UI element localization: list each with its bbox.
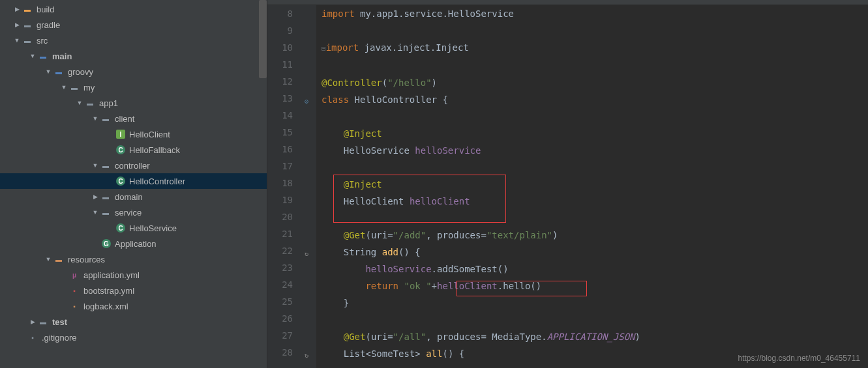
groovy-icon: G [102,239,111,248]
package-icon: ▬ [100,160,111,171]
tree-label: client [115,114,134,124]
breakpoint-icon: ⊘ [305,93,314,102]
chevron-down-icon: ▼ [12,37,22,44]
tree-item-build[interactable]: ▶ ▬ build [0,1,267,17]
project-tree-panel[interactable]: ▶ ▬ build ▶ ▬ gradle ▼ ▬ src ▼ ▬ main ▼ [0,0,267,368]
tree-label: HelloClient [129,130,170,139]
chevron-down-icon: ▼ [90,209,100,216]
tree-label: bootstrap.yml [83,286,134,296]
tree-item-groovy[interactable]: ▼ ▬ groovy [0,64,267,79]
tree-label: domain [115,192,143,202]
tree-item-app1[interactable]: ▼ ▬ app1 [0,95,267,111]
line-numbers-gutter: 8 9 10 11 12 13 14 15 16 17 18 19 20 21 … [267,5,303,368]
tree-item-service[interactable]: ▼ ▬ service [0,205,267,220]
tree-item-application[interactable]: G Application [0,236,267,251]
package-icon: ▬ [100,207,111,218]
tree-label: test [52,317,67,327]
tree-label: controller [115,161,149,171]
tree-item-helloclient[interactable]: I HelloClient [0,126,267,142]
tree-label: gradle [37,20,60,30]
chevron-right-icon: ▶ [12,21,22,28]
xml-icon: ▪ [69,301,80,311]
class-icon: C [116,145,125,154]
code-editor[interactable]: 8 9 10 11 12 13 14 15 16 17 18 19 20 21 … [267,5,868,368]
class-icon: C [116,177,125,186]
watermark-text: https://blog.csdn.net/m0_46455711 [738,354,860,363]
chevron-down-icon: ▼ [90,115,100,122]
tree-item-resources[interactable]: ▼ ▬ resources [0,251,267,267]
tree-label: groovy [68,67,93,77]
tree-item-main[interactable]: ▼ ▬ main [0,48,267,64]
tree-item-controller[interactable]: ▼ ▬ controller [0,158,267,173]
tree-label: Application [115,239,157,249]
chevron-down-icon: ▼ [90,162,100,169]
chevron-down-icon: ▼ [74,100,85,106]
tree-item-test[interactable]: ▶ ▬ test [0,314,267,330]
folder-icon: ▬ [38,317,48,327]
interface-icon: I [116,130,125,139]
gutter-marks: ⊘ ↻ ↻ [303,5,316,368]
folder-icon: ▬ [53,66,64,77]
folder-icon: ▬ [22,4,33,14]
tree-item-client[interactable]: ▼ ▬ client [0,111,267,126]
sidebar-scrollbar[interactable] [259,0,267,78]
package-icon: ▬ [69,82,80,92]
tree-label: logback.xml [83,302,128,311]
folder-icon: ▬ [22,20,33,30]
folder-icon: ▬ [38,51,48,61]
tree-item-domain[interactable]: ▶ ▬ domain [0,189,267,205]
override-icon: ↻ [305,246,314,255]
resources-folder-icon: ▬ [53,254,64,264]
tree-label: build [37,5,54,14]
tree-item-applicationyml[interactable]: μ application.yml [0,267,267,283]
tree-label: src [37,36,48,46]
yml-icon: ▪ [69,285,80,296]
tree-item-src[interactable]: ▼ ▬ src [0,33,267,48]
chevron-down-icon: ▼ [59,84,69,91]
tree-item-gitignore[interactable]: ▪ .gitignore [0,330,267,345]
tree-item-helloservice[interactable]: C HelloService [0,220,267,236]
class-icon: C [116,223,125,233]
chevron-down-icon: ▼ [43,256,53,262]
tree-label: main [52,51,72,61]
editor-area: 8 9 10 11 12 13 14 15 16 17 18 19 20 21 … [267,0,868,368]
tree-item-hellocontroller[interactable]: C HelloController [0,173,267,189]
code-content[interactable]: import my.app1.service.HelloService ⊟imp… [316,5,868,368]
override-icon: ↻ [305,347,314,356]
chevron-right-icon: ▶ [12,6,22,12]
tree-label: resources [68,255,105,264]
folder-icon: ▬ [22,35,33,46]
tree-label: HelloController [129,177,185,186]
tree-item-hellofallback[interactable]: C HelloFallback [0,142,267,158]
package-icon: ▬ [100,113,111,124]
tabs-bar[interactable] [267,0,868,5]
chevron-down-icon: ▼ [27,53,38,59]
tree-label: HelloService [129,223,177,233]
file-icon: ▪ [27,332,38,343]
tree-label: app1 [99,98,118,108]
tree-label: HelloFallback [129,145,180,155]
chevron-right-icon: ▶ [90,193,100,200]
tree-item-gradle[interactable]: ▶ ▬ gradle [0,17,267,33]
chevron-right-icon: ▶ [27,318,38,325]
package-icon: ▬ [85,98,95,108]
chevron-down-icon: ▼ [43,68,53,75]
yml-icon: μ [69,270,80,280]
tree-label: .gitignore [42,333,76,343]
tree-item-my[interactable]: ▼ ▬ my [0,79,267,95]
tree-label: my [83,83,95,92]
tree-item-logbackxml[interactable]: ▪ logback.xml [0,298,267,314]
tree-label: application.yml [83,270,140,280]
package-icon: ▬ [100,191,111,202]
tree-label: service [115,208,142,218]
tree-item-bootstrapyml[interactable]: ▪ bootstrap.yml [0,283,267,298]
